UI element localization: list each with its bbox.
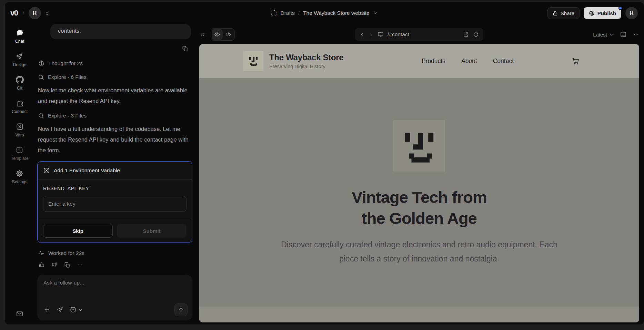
team-switcher-button[interactable] [44, 11, 50, 16]
breadcrumb-project[interactable]: The Wayback Store website [303, 10, 369, 16]
followup-input[interactable] [43, 280, 188, 303]
preview-panel: /#contact Latest [197, 24, 644, 324]
thought-label: Thought for 2s [48, 60, 83, 66]
version-dropdown[interactable]: Latest [593, 32, 614, 38]
activity-icon [38, 250, 44, 256]
chevron-down-icon[interactable] [373, 11, 378, 16]
explore-step-6-files[interactable]: Explore · 6 Files [38, 74, 193, 80]
sidebar-item-vars[interactable]: Vars [16, 123, 24, 137]
assistant-message: Now I have a full understanding of the c… [38, 124, 191, 156]
worked-step[interactable]: Worked for 22s [38, 250, 193, 256]
chevrons-left-icon [199, 31, 206, 38]
site-brand[interactable]: The Wayback Store Preserving Digital His… [243, 51, 343, 71]
user-avatar[interactable]: R [625, 7, 638, 19]
nav-link-products[interactable]: Products [422, 58, 445, 65]
plus-icon [43, 306, 50, 313]
share-button[interactable]: Share [547, 7, 580, 19]
thumbs-down-icon [51, 262, 58, 268]
thumbs-up-icon [39, 262, 45, 268]
app-window: v0 / R Drafts / The Wayback Store websit… [5, 2, 644, 324]
preview-toolbar: /#contact Latest [199, 27, 639, 42]
sidebar-item-connect[interactable]: Connect [12, 99, 28, 114]
lock-icon [553, 11, 558, 16]
code-mode-button[interactable] [223, 29, 234, 40]
url-text[interactable]: /#contact [388, 31, 409, 38]
topbar-actions: Share Publish R [547, 7, 638, 19]
send-icon [57, 306, 63, 313]
worked-label: Worked for 22s [48, 250, 84, 256]
copy-message-button[interactable] [182, 45, 188, 52]
send-message-button[interactable] [174, 303, 188, 316]
preview-mode-button[interactable] [212, 29, 223, 40]
code-icon [225, 31, 231, 38]
env-card-footer: Skip Submit [38, 219, 192, 243]
thought-step[interactable]: Thought for 2s [38, 60, 193, 66]
feedback-mail-button[interactable] [16, 310, 23, 318]
thumbs-down-button[interactable] [51, 262, 58, 268]
site-tagline: Preserving Digital History [269, 64, 343, 69]
ellipsis-icon[interactable] [633, 31, 639, 38]
sidebar-item-git[interactable]: Git [16, 76, 24, 91]
thumbs-up-button[interactable] [39, 262, 45, 268]
nav-link-contact[interactable]: Contact [493, 58, 514, 65]
attach-button[interactable] [43, 306, 50, 313]
env-variable-card: Add 1 Environment Variable RESEND_API_KE… [37, 161, 192, 243]
explore-step-3-files[interactable]: Explore · 3 Files [38, 113, 193, 119]
sidebar-item-chat[interactable]: Chat [15, 29, 24, 44]
back-button[interactable] [360, 32, 365, 37]
share-label: Share [561, 10, 574, 16]
copy-icon [182, 45, 188, 52]
arrow-up-icon [178, 307, 184, 313]
chevron-left-icon [360, 32, 365, 37]
model-picker-button[interactable] [70, 306, 83, 313]
breadcrumb-slash: / [22, 10, 24, 17]
ellipsis-icon [77, 262, 83, 268]
browser-layout-icon[interactable] [620, 31, 627, 38]
hero-title: Vintage Tech from the Golden Age [352, 187, 487, 229]
nav-link-about[interactable]: About [461, 58, 477, 65]
hero-title-line1: Vintage Tech from [352, 188, 487, 206]
monitor-icon[interactable] [378, 31, 384, 38]
sidebar-item-settings[interactable]: Settings [12, 169, 27, 184]
env-key-input[interactable] [43, 196, 187, 212]
brain-icon [38, 60, 44, 66]
url-actions [463, 32, 479, 38]
chevrons-up-down-icon [44, 11, 50, 16]
sidebar-item-design[interactable]: Design [13, 52, 27, 67]
sidebar-label: Design [13, 62, 27, 67]
team-avatar[interactable]: R [29, 7, 41, 19]
sidebar-label: Settings [12, 179, 27, 184]
more-actions-button[interactable] [77, 262, 83, 268]
site-hero: Vintage Tech from the Golden Age Discove… [199, 78, 639, 307]
design-mode-button[interactable] [57, 306, 63, 313]
puzzle-icon [16, 99, 24, 107]
publish-notification-badge [618, 6, 622, 10]
drafts-icon [271, 10, 277, 16]
sidebar-label: Connect [12, 109, 28, 114]
chat-icon [16, 29, 24, 37]
copy-response-button[interactable] [64, 262, 70, 268]
assistant-message: Now let me check what environment variab… [38, 85, 191, 106]
publish-button[interactable]: Publish [584, 7, 621, 19]
copy-icon [64, 262, 70, 268]
submit-button[interactable]: Submit [117, 224, 187, 238]
cart-button[interactable] [572, 57, 580, 65]
forward-button[interactable] [369, 32, 374, 37]
v0-logo[interactable]: v0 [10, 9, 18, 18]
user-message-bubble: contents. [50, 24, 191, 39]
url-bar: /#contact [355, 28, 483, 41]
env-card-header: Add 1 Environment Variable [38, 162, 192, 180]
collapse-panel-button[interactable] [199, 31, 206, 38]
search-icon [38, 113, 44, 119]
chevron-down-icon [609, 32, 614, 37]
external-link-icon[interactable] [463, 32, 469, 38]
skip-button[interactable]: Skip [43, 224, 113, 238]
breadcrumb-drafts[interactable]: Drafts [280, 10, 294, 16]
sidebar-item-template[interactable]: Template [11, 146, 29, 161]
eye-icon [214, 31, 220, 38]
refresh-icon[interactable] [473, 32, 479, 38]
preview-toolbar-right: Latest [593, 31, 639, 38]
site-title: The Wayback Store [269, 53, 343, 62]
envelope-icon [16, 310, 23, 318]
vars-icon [16, 123, 24, 131]
